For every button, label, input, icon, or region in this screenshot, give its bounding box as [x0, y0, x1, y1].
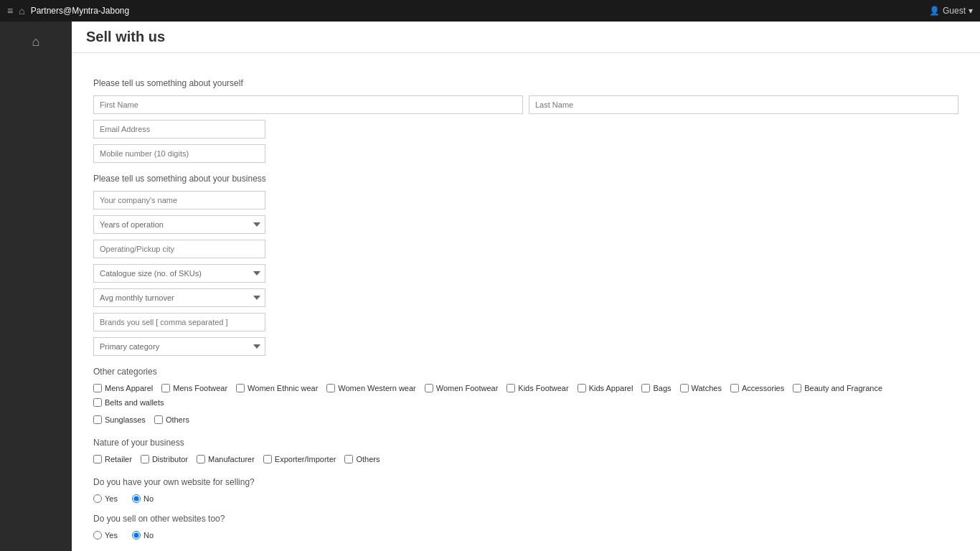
category-watches[interactable]: Watches	[680, 384, 722, 392]
checkbox-retailer[interactable]	[93, 455, 102, 463]
checkbox-mens-apparel[interactable]	[93, 384, 102, 392]
radio-sell-other-no[interactable]	[132, 531, 141, 540]
company-name-row	[93, 191, 958, 209]
own-website-label: Do you have your own website for selling…	[93, 477, 958, 487]
catalogue-row: Catalogue size (no. of SKUs) 0-100 100-5…	[93, 264, 958, 283]
category-belts[interactable]: Belts and wallets	[93, 398, 164, 407]
checkbox-exporter[interactable]	[263, 455, 272, 463]
primary-category-row: Primary category Mens Apparel Womens App…	[93, 337, 958, 356]
other-categories-group2: Sunglasses Others	[93, 415, 958, 427]
brands-input[interactable]	[93, 313, 265, 331]
radio-label: Yes	[105, 494, 118, 503]
category-kids-footwear[interactable]: Kids Footwear	[507, 384, 568, 392]
city-input[interactable]	[93, 240, 265, 258]
nature-distributor[interactable]: Distributor	[141, 455, 188, 463]
checkbox-mens-footwear[interactable]	[161, 384, 170, 392]
sell-other-no[interactable]: No	[132, 531, 154, 540]
checkbox-bags[interactable]	[641, 384, 650, 392]
nature-manufacturer[interactable]: Manufacturer	[197, 455, 255, 463]
checkbox-kids-apparel[interactable]	[578, 384, 586, 392]
other-categories-group: Mens Apparel Mens Footwear Women Ethnic …	[93, 384, 958, 410]
page-title: Sell with us	[86, 29, 165, 44]
email-input[interactable]	[93, 120, 265, 138]
category-mens-footwear[interactable]: Mens Footwear	[161, 384, 227, 392]
checkbox-distributor[interactable]	[141, 455, 149, 463]
nature-others[interactable]: Others	[344, 455, 380, 463]
years-operation-select[interactable]: Years of operation 1-2 years 3-5 years 5…	[93, 215, 265, 234]
monthly-turnover-row: Avg monthly turnover <1L 1-5L 5L+	[93, 288, 958, 307]
guest-label[interactable]: Guest	[943, 6, 966, 16]
about-yourself-label: Please tell us something about yourself	[93, 78, 958, 88]
nature-label: Nature of your business	[93, 438, 958, 448]
home-icon[interactable]: ⌂	[19, 5, 24, 17]
category-accessories[interactable]: Accessories	[730, 384, 784, 392]
city-row	[93, 240, 958, 258]
other-categories-label: Other categories	[93, 367, 958, 377]
guest-dropdown-icon[interactable]: ▾	[969, 6, 973, 16]
category-women-western[interactable]: Women Western wear	[326, 384, 415, 392]
first-name-input[interactable]	[93, 95, 523, 114]
avg-monthly-select[interactable]: Avg monthly turnover <1L 1-5L 5L+	[93, 288, 265, 307]
checkbox-women-western[interactable]	[326, 384, 335, 392]
category-women-footwear[interactable]: Women Footwear	[425, 384, 499, 392]
sell-other-radio-group: Yes No	[93, 531, 958, 540]
nature-retailer[interactable]: Retailer	[93, 455, 132, 463]
checkbox-belts[interactable]	[93, 398, 102, 407]
form-scroll: Please tell us something about yourself …	[72, 53, 980, 551]
category-kids-apparel[interactable]: Kids Apparel	[578, 384, 633, 392]
category-sunglasses[interactable]: Sunglasses	[93, 415, 146, 424]
catalogue-size-select[interactable]: Catalogue size (no. of SKUs) 0-100 100-5…	[93, 264, 265, 283]
nature-item-label: Distributor	[152, 455, 188, 463]
category-beauty[interactable]: Beauty and Fragrance	[793, 384, 882, 392]
checkbox-sunglasses[interactable]	[93, 415, 102, 424]
nature-item-label: Exporter/Importer	[275, 455, 336, 463]
about-business-section: Please tell us something about your busi…	[93, 174, 958, 356]
topbar-title: Partners@Myntra-Jabong	[31, 6, 130, 16]
mobile-input[interactable]	[93, 144, 265, 163]
sidebar: ⌂	[0, 22, 72, 551]
user-icon: 👤	[929, 6, 940, 16]
checkbox-accessories[interactable]	[730, 384, 739, 392]
category-label: Others	[166, 415, 189, 424]
menu-icon[interactable]: ≡	[7, 5, 13, 17]
category-label: Beauty and Fragrance	[804, 384, 882, 392]
category-label: Women Ethnic wear	[248, 384, 318, 392]
radio-own-website-yes[interactable]	[93, 494, 102, 503]
own-website-radio-group: Yes No	[93, 494, 958, 503]
radio-sell-other-yes[interactable]	[93, 531, 102, 540]
own-website-yes[interactable]: Yes	[93, 494, 118, 503]
checkbox-beauty[interactable]	[793, 384, 801, 392]
nature-item-label: Manufacturer	[208, 455, 255, 463]
sidebar-home-icon[interactable]: ⌂	[23, 29, 49, 55]
category-label: Kids Apparel	[589, 384, 633, 392]
mobile-row	[93, 144, 958, 163]
category-women-ethnic[interactable]: Women Ethnic wear	[236, 384, 318, 392]
radio-label: No	[143, 531, 154, 540]
checkbox-kids-footwear[interactable]	[507, 384, 515, 392]
category-others[interactable]: Others	[154, 415, 189, 424]
brands-row	[93, 313, 958, 331]
radio-label: Yes	[105, 531, 118, 540]
category-bags[interactable]: Bags	[641, 384, 671, 392]
about-yourself-section: Please tell us something about yourself	[93, 78, 958, 163]
sell-other-yes[interactable]: Yes	[93, 531, 118, 540]
radio-label: No	[143, 494, 154, 503]
checkbox-women-ethnic[interactable]	[236, 384, 245, 392]
name-row	[93, 95, 958, 114]
topbar: ≡ ⌂ Partners@Myntra-Jabong 👤 Guest ▾	[0, 0, 980, 22]
nature-exporter[interactable]: Exporter/Importer	[263, 455, 336, 463]
checkbox-watches[interactable]	[680, 384, 689, 392]
checkbox-nature-others[interactable]	[344, 455, 353, 463]
checkbox-others[interactable]	[154, 415, 163, 424]
radio-own-website-no[interactable]	[132, 494, 141, 503]
checkbox-manufacturer[interactable]	[197, 455, 205, 463]
category-mens-apparel[interactable]: Mens Apparel	[93, 384, 153, 392]
category-label: Women Footwear	[436, 384, 499, 392]
company-name-input[interactable]	[93, 191, 265, 209]
sell-other-section: Do you sell on other websites too? Yes N…	[93, 514, 958, 540]
category-label: Kids Footwear	[518, 384, 568, 392]
own-website-no[interactable]: No	[132, 494, 154, 503]
primary-category-select[interactable]: Primary category Mens Apparel Womens App…	[93, 337, 265, 356]
last-name-input[interactable]	[529, 95, 958, 114]
checkbox-women-footwear[interactable]	[425, 384, 433, 392]
